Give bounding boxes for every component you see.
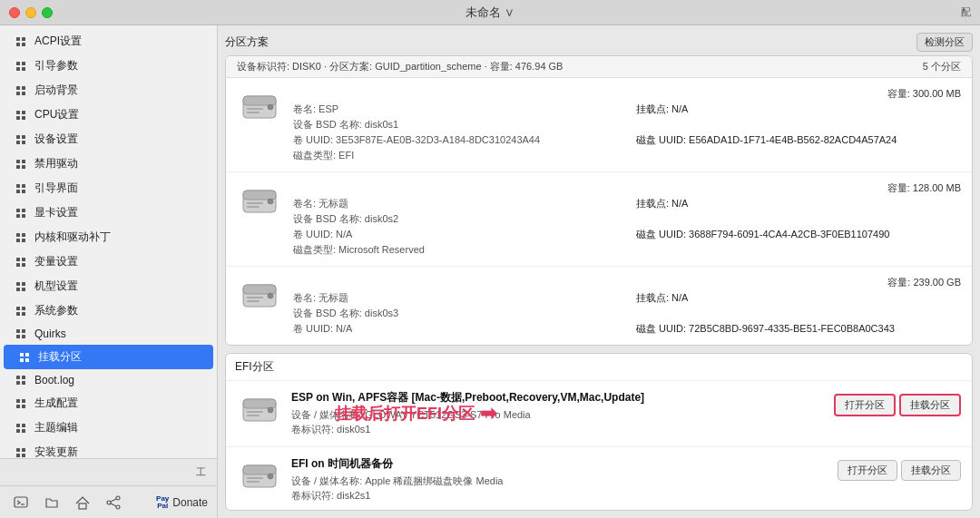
- mount-partition-btn-1[interactable]: 挂载分区: [901, 460, 961, 481]
- svg-rect-64: [16, 424, 20, 427]
- svg-rect-115: [247, 477, 263, 479]
- sidebar-item-bootlog[interactable]: Boot.log: [0, 369, 217, 391]
- svg-rect-36: [16, 258, 20, 261]
- terminal-button[interactable]: [9, 491, 33, 514]
- callout-text: 挂载后打开EFI分区 ➡: [335, 402, 496, 425]
- sidebar-item-vars[interactable]: 变量设置: [0, 249, 217, 274]
- svg-rect-31: [22, 214, 25, 218]
- efi-section: EFI分区 ESP on Win, APFS容器 [Mac-数据,Preboot…: [225, 353, 973, 511]
- partition-details-1: 容量: 128.00 MB 卷名: 无标题 挂载点: N/A 设备 BSD 名称…: [293, 181, 961, 257]
- sidebar-item-cpu[interactable]: CPU设置: [0, 103, 217, 127]
- window-controls: [9, 7, 53, 18]
- svg-rect-41: [22, 282, 25, 286]
- svg-rect-34: [16, 239, 20, 242]
- sidebar-item-quirks[interactable]: Quirks: [0, 323, 217, 345]
- config-label: 配: [961, 5, 971, 19]
- maximize-button[interactable]: [42, 7, 53, 18]
- folder-button[interactable]: [40, 491, 64, 514]
- svg-rect-10: [16, 92, 20, 95]
- svg-rect-32: [16, 233, 20, 237]
- sidebar-item-gpu[interactable]: 显卡设置: [0, 200, 217, 225]
- sidebar-item-label-bootui: 引导界面: [34, 181, 78, 196]
- svg-rect-1: [22, 37, 25, 41]
- sidebar-item-sysparams[interactable]: 系统参数: [0, 298, 217, 323]
- sidebar-item-drivers[interactable]: 禁用驱动: [0, 151, 217, 176]
- close-button[interactable]: [9, 7, 20, 18]
- svg-rect-46: [16, 312, 20, 316]
- sidebar-item-machine[interactable]: 机型设置: [0, 274, 217, 298]
- open-partition-btn-0[interactable]: 打开分区: [834, 394, 896, 416]
- efi-identifier-1: 卷标识符: disk2s1: [291, 489, 828, 503]
- svg-rect-70: [16, 454, 20, 457]
- grid-icon-quirks: [15, 327, 27, 340]
- svg-point-104: [268, 293, 273, 298]
- svg-rect-26: [16, 190, 20, 193]
- svg-rect-55: [25, 358, 29, 362]
- svg-rect-58: [16, 381, 20, 385]
- svg-rect-43: [22, 288, 25, 291]
- grid-icon-sysparams: [15, 305, 27, 318]
- svg-rect-86: [79, 503, 86, 509]
- svg-rect-6: [16, 67, 20, 71]
- sidebar-item-bootargs[interactable]: 引导参数: [0, 54, 217, 78]
- uuid-label-0: 卷 UUID: 3E53F87E-AE0B-32D3-A184-8DC31024…: [293, 133, 618, 147]
- svg-rect-7: [22, 67, 25, 71]
- sidebar-item-kernel[interactable]: 内核和驱动补丁: [0, 225, 217, 249]
- sidebar-item-bootbg[interactable]: 启动背景: [0, 78, 217, 103]
- svg-point-109: [268, 407, 273, 413]
- grid-icon-theme: [15, 422, 27, 435]
- svg-rect-56: [16, 376, 20, 379]
- callout-arrow: ➡: [480, 402, 496, 425]
- sidebar-item-mountpart[interactable]: 挂载分区: [4, 345, 213, 369]
- bsd-label-2: 设备 BSD 名称: disk0s3: [293, 307, 618, 320]
- mount-label-1: 挂载点: N/A: [636, 197, 961, 210]
- home-button[interactable]: [71, 491, 94, 514]
- svg-rect-116: [247, 481, 260, 483]
- open-partition-btn-1[interactable]: 打开分区: [838, 460, 897, 481]
- main-layout: ACPI设置 引导参数 启动背景: [0, 25, 980, 518]
- svg-rect-111: [247, 415, 260, 416]
- mount-partition-btn-0[interactable]: 挂载分区: [899, 394, 961, 416]
- svg-rect-21: [22, 160, 25, 163]
- sidebar-item-theme[interactable]: 主题编辑: [0, 415, 217, 440]
- sidebar-item-bootui[interactable]: 引导界面: [0, 176, 217, 200]
- svg-rect-59: [22, 381, 25, 385]
- scheme-panel: 设备标识符: DISK0 · 分区方案: GUID_partition_sche…: [225, 55, 973, 346]
- minimize-button[interactable]: [25, 7, 36, 18]
- grid-icon-bootlog: [15, 374, 27, 386]
- svg-rect-35: [22, 239, 25, 242]
- uuid-label-1: 卷 UUID: N/A: [293, 228, 618, 241]
- sidebar-item-label-gpu: 显卡设置: [34, 205, 78, 220]
- donate-button[interactable]: PayPal Donate: [156, 495, 208, 510]
- svg-rect-84: [15, 497, 27, 507]
- titlebar: 未命名 ∨ 配: [0, 0, 980, 25]
- sidebar-item-genconfig[interactable]: 生成配置: [0, 391, 217, 415]
- disk-type-label-1: 磁盘类型: Microsoft Reserved: [293, 243, 618, 257]
- sidebar-item-update[interactable]: 安装更新: [0, 440, 217, 458]
- svg-rect-38: [16, 263, 20, 267]
- sidebar-item-label-quirks: Quirks: [34, 327, 66, 340]
- svg-rect-93: [243, 96, 276, 105]
- svg-rect-40: [16, 282, 20, 286]
- share-button[interactable]: [102, 491, 125, 514]
- sidebar-item-label-update: 安装更新: [34, 445, 78, 458]
- grid-icon-drivers: [15, 158, 27, 171]
- sidebar-item-acpi[interactable]: ACPI设置: [0, 29, 217, 54]
- disk-icon-2: [237, 276, 282, 316]
- svg-rect-9: [22, 86, 25, 90]
- partition-scheme-title: 分区方案: [225, 34, 269, 50]
- detect-button[interactable]: 检测分区: [916, 33, 973, 52]
- sidebar-item-label-kernel: 内核和驱动补丁: [34, 230, 111, 245]
- svg-rect-29: [22, 209, 25, 212]
- sidebar-item-label-genconfig: 生成配置: [34, 396, 78, 411]
- partition-count: 5 个分区: [923, 60, 961, 73]
- svg-rect-25: [22, 184, 25, 188]
- donate-label: Donate: [172, 496, 208, 509]
- efi-section-title: EFI分区: [226, 354, 972, 380]
- mount-label-2: 挂载点: N/A: [636, 291, 961, 305]
- sidebar-item-devices[interactable]: 设备设置: [0, 127, 217, 151]
- svg-rect-44: [16, 307, 20, 310]
- svg-rect-103: [243, 285, 276, 294]
- efi-entry-0: ESP on Win, APFS容器 [Mac-数据,Preboot,Recov…: [226, 380, 972, 446]
- svg-line-90: [111, 499, 116, 502]
